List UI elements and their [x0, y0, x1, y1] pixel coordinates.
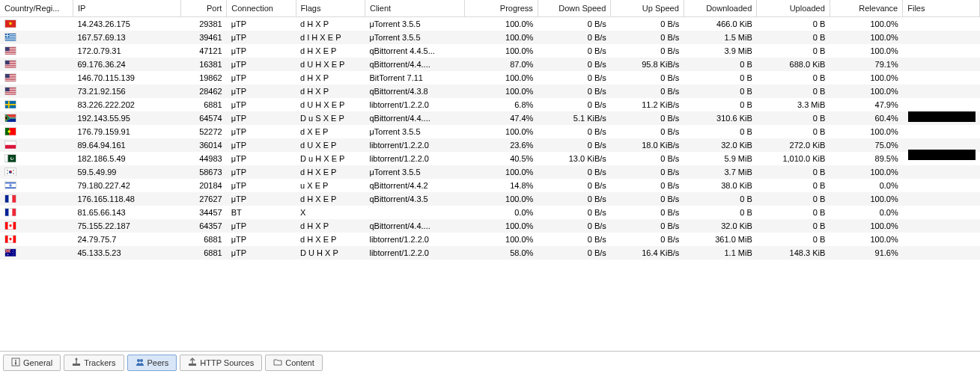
cell-down: 0 B/s: [538, 165, 610, 179]
col-header-up[interactable]: Up Speed: [611, 0, 684, 17]
cell-port: 47121: [180, 44, 227, 58]
svg-rect-83: [12, 195, 16, 203]
cell-connection: μTP: [227, 138, 296, 152]
cell-flags: d I H X E P: [296, 31, 365, 44]
peer-row[interactable]: 89.64.94.16136014μTPd U X E Plibtorrent/…: [0, 138, 980, 152]
cell-down: 0 B/s: [538, 71, 610, 85]
cell-uploaded: 0 B: [757, 179, 830, 192]
tab-content[interactable]: Content: [265, 355, 323, 371]
cell-client: qBittorrent 4.4.5...: [365, 44, 464, 58]
tab-http[interactable]: HTTP Sources: [180, 355, 262, 371]
col-header-ip[interactable]: IP: [73, 0, 180, 17]
peer-row[interactable]: 182.186.5.4944983μTPD u H X E Plibtorren…: [0, 152, 980, 165]
peer-row[interactable]: 73.21.92.15628462μTPd H X PqBittorrent/4…: [0, 85, 980, 98]
col-header-down[interactable]: Down Speed: [538, 0, 610, 17]
col-header-client[interactable]: Client: [365, 0, 464, 17]
cell-port: 36014: [180, 138, 227, 152]
svg-rect-39: [5, 93, 16, 94]
tracker-icon: [72, 358, 81, 368]
cell-downloaded: 310.6 KiB: [684, 111, 756, 125]
cell-uploaded: 0 B: [757, 17, 830, 31]
cell-country: [0, 17, 73, 31]
peer-row[interactable]: 79.180.227.4220184μTPu X E PqBittorrent/…: [0, 179, 980, 192]
svg-point-54: [7, 130, 10, 133]
cell-ip: 59.5.49.99: [73, 165, 180, 179]
col-header-flags[interactable]: Flags: [296, 0, 365, 17]
cell-files: [903, 179, 980, 192]
cell-files: [903, 58, 980, 71]
col-header-files[interactable]: Files: [903, 0, 980, 17]
peer-row[interactable]: 176.165.118.4827627μTPd H X E PqBittorre…: [0, 192, 980, 206]
cell-country: [0, 179, 73, 192]
cell-ip: 45.133.5.23: [73, 246, 180, 260]
peer-row[interactable]: 14.243.26.17529381μTPd H X PμTorrent 3.5…: [0, 17, 980, 31]
cell-country: [0, 138, 73, 152]
col-header-relevance[interactable]: Relevance: [830, 0, 902, 17]
peer-row[interactable]: 24.79.75.76881μTPd H X E Plibtorrent/1.2…: [0, 233, 980, 246]
cell-client: BitTorrent 7.11: [365, 71, 464, 85]
col-header-downloaded[interactable]: Downloaded: [684, 0, 756, 17]
cell-ip: 79.180.227.42: [73, 179, 180, 192]
flag-icon: [4, 127, 16, 135]
peer-row[interactable]: 176.79.159.9152272μTPd X E PμTorrent 3.5…: [0, 125, 980, 138]
peer-row[interactable]: 81.65.66.14334457BTX0.0%0 B/s0 B/s0 B0 B…: [0, 206, 980, 219]
cell-ip: 24.79.75.7: [73, 233, 180, 246]
peer-row[interactable]: 192.143.55.9564574μTPD u S X E PqBittorr…: [0, 111, 980, 125]
cell-ip: 172.0.79.31: [73, 44, 180, 58]
peer-row[interactable]: 75.155.22.18764357μTPd H X PqBittorrent/…: [0, 219, 980, 233]
col-header-connection[interactable]: Connection: [227, 0, 296, 17]
peer-row[interactable]: 45.133.5.236881μTPD U H X Plibtorrent/1.…: [0, 246, 980, 260]
cell-up: 0 B/s: [611, 206, 684, 219]
svg-point-107: [137, 359, 140, 362]
svg-rect-109: [189, 364, 196, 366]
cell-files: [903, 206, 980, 219]
cell-down: 0 B/s: [538, 85, 610, 98]
cell-files: [903, 125, 980, 138]
cell-client: libtorrent/1.2.2.0: [365, 152, 464, 165]
cell-relevance: 100.0%: [830, 71, 902, 85]
cell-downloaded: 1.1 MiB: [684, 246, 756, 260]
col-header-progress[interactable]: Progress: [465, 0, 538, 17]
cell-port: 6881: [180, 233, 227, 246]
cell-flags: d H X P: [296, 71, 365, 85]
cell-relevance: 89.5%: [830, 152, 902, 165]
peer-row[interactable]: 172.0.79.3147121μTPd H X E PqBittorrent …: [0, 44, 980, 58]
cell-uploaded: 148.3 KiB: [757, 246, 830, 260]
tab-peers[interactable]: Peers: [127, 355, 177, 371]
flag-icon: [4, 208, 16, 216]
cell-country: [0, 206, 73, 219]
peer-row[interactable]: 146.70.115.13919862μTPd H X PBitTorrent …: [0, 71, 980, 85]
peer-row[interactable]: 59.5.49.9958673μTPd H X E PμTorrent 3.5.…: [0, 165, 980, 179]
cell-uploaded: 0 B: [757, 192, 830, 206]
cell-uploaded: 0 B: [757, 44, 830, 58]
svg-rect-84: [5, 209, 9, 216]
col-header-uploaded[interactable]: Uploaded: [757, 0, 830, 17]
peer-row[interactable]: 83.226.222.2026881μTPd U H X E Plibtorre…: [0, 98, 980, 111]
cell-down: 0 B/s: [538, 219, 610, 233]
peer-row[interactable]: 167.57.69.1339461μTPd I H X E PμTorrent …: [0, 31, 980, 44]
tab-general[interactable]: General: [3, 355, 61, 371]
cell-relevance: 0.0%: [830, 206, 902, 219]
col-header-port[interactable]: Port: [180, 0, 227, 17]
peer-row[interactable]: 69.176.36.2416381μTPd U H X E PqBittorre…: [0, 58, 980, 71]
tab-label: Trackers: [84, 358, 115, 367]
col-header-country[interactable]: Country/Regi...: [0, 0, 73, 17]
cell-port: 28462: [180, 85, 227, 98]
cell-down: 5.1 KiB/s: [538, 111, 610, 125]
cell-ip: 176.79.159.91: [73, 125, 180, 138]
cell-progress: 100.0%: [465, 31, 538, 44]
cell-country: [0, 71, 73, 85]
cell-country: [0, 165, 73, 179]
cell-down: 0 B/s: [538, 98, 610, 111]
cell-uploaded: 0 B: [757, 125, 830, 138]
svg-rect-58: [5, 155, 8, 162]
tab-label: General: [23, 358, 52, 367]
cell-files: [903, 165, 980, 179]
cell-progress: 100.0%: [465, 44, 538, 58]
cell-files: [903, 219, 980, 233]
cell-down: 0 B/s: [538, 17, 610, 31]
cell-downloaded: 0 B: [684, 71, 756, 85]
flag-icon: [4, 141, 16, 149]
flag-icon: [4, 154, 16, 162]
tab-trackers[interactable]: Trackers: [64, 355, 124, 371]
